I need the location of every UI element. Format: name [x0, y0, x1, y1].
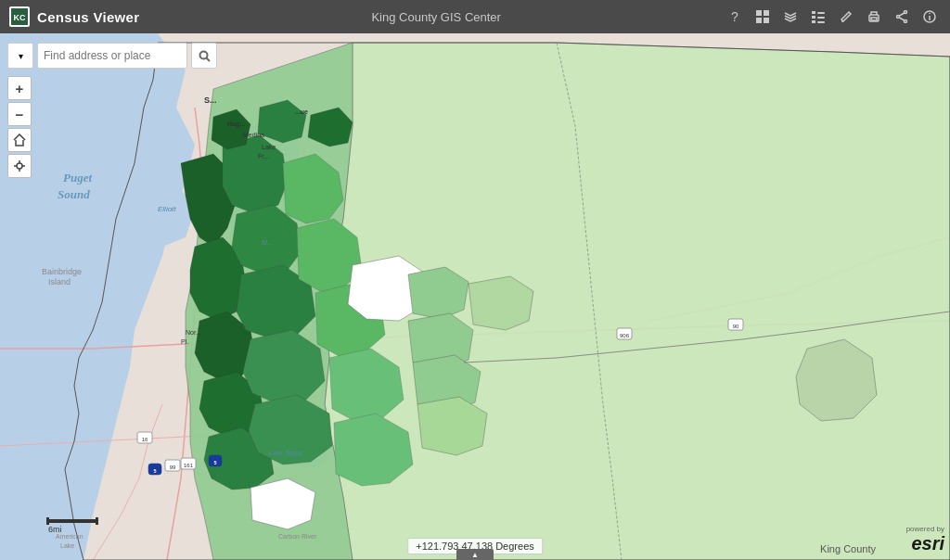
location-button[interactable]: [7, 154, 32, 178]
svg-rect-10: [817, 17, 825, 19]
center-title: King County GIS Center: [148, 10, 724, 24]
header-tools: ?: [724, 6, 950, 28]
search-input[interactable]: [38, 49, 186, 62]
map-svg: 16 99 161 5 5 906 90 Puget Sound Bainbri…: [0, 33, 950, 560]
svg-rect-2: [756, 10, 762, 16]
svg-text:Lake: Lake: [262, 144, 276, 150]
chevron-up-icon: ▲: [471, 551, 479, 559]
help-icon[interactable]: ?: [724, 6, 746, 28]
svg-point-23: [199, 51, 207, 58]
svg-text:Carbon River: Carbon River: [278, 533, 317, 540]
map-container[interactable]: 16 99 161 5 5 906 90 Puget Sound Bainbri…: [0, 33, 950, 560]
svg-rect-14: [871, 18, 877, 20]
svg-text:5: 5: [153, 468, 156, 474]
svg-text:161: 161: [184, 463, 194, 468]
scale-label: 6mi: [46, 525, 62, 534]
search-button[interactable]: [191, 43, 217, 69]
search-bar: ▾: [7, 43, 217, 69]
esri-logo: esri: [911, 533, 944, 554]
svg-rect-7: [812, 16, 815, 19]
logo-area: KC Census Viewer: [0, 6, 148, 27]
svg-text:16: 16: [142, 437, 148, 442]
share-icon[interactable]: [891, 6, 913, 28]
svg-text:Elliott: Elliott: [158, 205, 176, 213]
powered-by-label: powered by: [906, 525, 944, 533]
svg-text:KC: KC: [14, 13, 26, 22]
zoom-out-button[interactable]: −: [7, 102, 32, 126]
header-bar: KC Census Viewer King County GIS Center …: [0, 0, 950, 33]
svg-text:S...: S...: [204, 95, 217, 105]
svg-text:Nor...: Nor...: [186, 329, 201, 336]
map-controls: + −: [7, 76, 32, 178]
svg-point-15: [905, 11, 907, 14]
chevron-down-icon: ▾: [19, 51, 23, 61]
svg-point-16: [905, 20, 907, 23]
svg-text:99: 99: [170, 465, 176, 470]
search-input-wrap: [37, 43, 187, 69]
edit-icon[interactable]: [835, 6, 857, 28]
svg-text:M...: M...: [262, 239, 273, 246]
search-dropdown[interactable]: ▾: [7, 43, 33, 69]
svg-rect-8: [812, 20, 815, 23]
svg-text:Lake Tapps: Lake Tapps: [269, 450, 302, 457]
apps-icon[interactable]: [751, 6, 774, 28]
svg-text:90: 90: [733, 324, 739, 329]
layers-icon[interactable]: [779, 6, 802, 28]
svg-text:Island: Island: [48, 277, 71, 286]
svg-rect-4: [756, 18, 762, 23]
svg-line-24: [206, 57, 210, 61]
collapse-button[interactable]: ▲: [456, 549, 494, 560]
svg-text:Lake: Lake: [60, 542, 74, 549]
svg-text:5: 5: [213, 460, 216, 465]
svg-text:906: 906: [620, 333, 630, 338]
svg-text:Bainbridge: Bainbridge: [42, 267, 82, 276]
esri-branding: powered by esri: [906, 525, 944, 554]
scale-bar: 6mi: [46, 517, 98, 534]
print-icon[interactable]: [863, 6, 885, 28]
svg-text:Puget: Puget: [63, 171, 92, 185]
king-county-logo: KC: [9, 6, 30, 27]
app-title: Census Viewer: [37, 9, 139, 25]
svg-text:Hug...: Hug...: [227, 121, 245, 128]
svg-point-22: [929, 13, 931, 15]
legend-icon[interactable]: [807, 6, 829, 28]
svg-text:American: American: [56, 533, 83, 540]
svg-line-18: [899, 13, 904, 16]
svg-text:Pl.: Pl.: [181, 338, 188, 345]
svg-line-19: [899, 18, 904, 20]
svg-point-25: [17, 163, 22, 169]
svg-rect-5: [764, 18, 769, 23]
zoom-in-button[interactable]: +: [7, 76, 32, 100]
svg-rect-6: [812, 11, 815, 14]
king-county-attribution: King County: [820, 543, 876, 554]
svg-text:Sound: Sound: [58, 187, 90, 201]
svg-rect-11: [817, 21, 825, 23]
home-button[interactable]: [7, 128, 32, 152]
svg-text:Fr...: Fr...: [258, 153, 269, 159]
svg-rect-9: [817, 12, 825, 14]
info-icon[interactable]: [918, 6, 941, 28]
svg-text:...ue: ...ue: [295, 108, 308, 115]
svg-rect-3: [764, 10, 769, 16]
svg-point-17: [897, 16, 900, 19]
svg-text:Medina: Medina: [243, 132, 264, 138]
